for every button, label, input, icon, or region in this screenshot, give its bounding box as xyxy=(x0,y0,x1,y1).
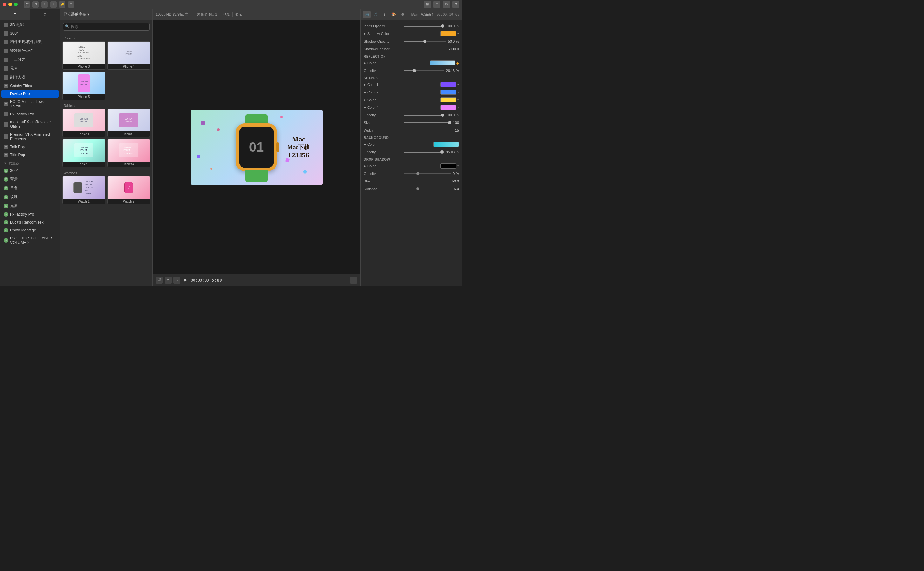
sidebar-item-components[interactable]: T 构件出现/构件消失 xyxy=(1,37,59,46)
shadow-opacity-thumb[interactable] xyxy=(423,40,427,43)
tablet3-item[interactable]: LOREMIPSUMDOLOR Tablet 3 xyxy=(62,139,105,167)
shadow-color-dropdown[interactable]: ▾ xyxy=(457,32,459,35)
display-button[interactable]: 显示 xyxy=(235,12,242,17)
reflection-color-swatch[interactable] xyxy=(430,60,455,65)
ds-opacity-thumb[interactable] xyxy=(416,172,419,175)
sidebar-item-360[interactable]: T 360° xyxy=(1,29,59,37)
ds-color-swatch[interactable] xyxy=(440,164,456,168)
color1-disclosure[interactable]: ▶ Color 1 ▾ xyxy=(360,81,462,88)
clip-icon[interactable]: 🎬 xyxy=(156,276,163,284)
zoom-level[interactable]: 46% xyxy=(223,13,230,17)
color4-disclosure[interactable]: ▶ Color 4 ▾ xyxy=(360,103,462,111)
search-input[interactable] xyxy=(63,23,149,31)
watch2-item[interactable]: LRIP Watch 2 xyxy=(108,176,151,204)
color2-swatch[interactable] xyxy=(440,90,456,95)
audio-tab[interactable]: 🎵 xyxy=(372,11,380,18)
watch1-item[interactable]: LOREMIPSUMDOLORSITAMET Watch 1 xyxy=(62,176,105,204)
video-tab[interactable]: 📹 xyxy=(363,11,371,18)
ds-color-disclosure[interactable]: ▶ Color ▾ xyxy=(360,162,462,170)
shapes-size-thumb[interactable] xyxy=(448,121,451,124)
sidebar-item-gen-photo-montage[interactable]: G Photo Montage xyxy=(1,226,59,234)
inspector-toggle-icon[interactable]: ⧉ xyxy=(443,1,450,8)
sidebar-item-elements[interactable]: T 元素 xyxy=(1,64,59,73)
color3-swatch[interactable] xyxy=(440,97,456,102)
gear-icon[interactable]: ⚙ xyxy=(32,1,39,8)
info-tab[interactable]: ℹ xyxy=(381,11,389,18)
bg-color-disclosure[interactable]: ▶ Color xyxy=(360,140,462,148)
shapes-opacity-slider[interactable] xyxy=(404,115,444,116)
sidebar-item-buffer[interactable]: T 缓冲器/开场白 xyxy=(1,46,59,55)
play-button[interactable]: ▶ xyxy=(182,277,189,283)
shadow-color-swatch[interactable] xyxy=(440,31,456,36)
ds-opacity-slider[interactable] xyxy=(404,173,451,174)
list-view-icon[interactable]: ≡ xyxy=(433,1,440,8)
sidebar-item-title-pop[interactable]: T Title Pop xyxy=(1,151,59,159)
ds-color-dropdown[interactable]: ▾ xyxy=(457,164,459,168)
sidebar-item-lower-third[interactable]: T 下三分之一 xyxy=(1,55,59,64)
phone5-item[interactable]: LOREMIPSUM Phone 5 xyxy=(62,71,105,100)
sidebar-item-3d[interactable]: T 3D 电影 xyxy=(1,21,59,29)
icons-opacity-thumb[interactable] xyxy=(441,25,444,28)
sidebar-item-catchy-titles[interactable]: T Catchy Titles xyxy=(1,82,59,90)
shadow-opacity-slider[interactable] xyxy=(404,41,446,42)
minimize-button[interactable] xyxy=(8,3,12,6)
sidebar-item-premiumvfx[interactable]: T PremiumVFX Animated Elements xyxy=(1,131,59,143)
reflection-color-disclosure[interactable]: ▶ Color ◆ xyxy=(360,59,462,67)
sidebar-item-gen-texture[interactable]: G 纹理 xyxy=(1,193,59,201)
color1-swatch[interactable] xyxy=(440,82,456,87)
speed-icon[interactable]: ⏱ xyxy=(174,276,180,284)
reflection-opacity-slider[interactable] xyxy=(404,70,444,71)
bg-opacity-slider[interactable] xyxy=(404,152,444,153)
tablet2-item[interactable]: LOREMIPSUM Tablet 2 xyxy=(108,109,151,137)
titles-tab[interactable]: T xyxy=(0,9,30,20)
fullscreen-button[interactable] xyxy=(14,3,18,6)
color4-swatch[interactable] xyxy=(440,105,456,110)
export-icon[interactable]: ⬆ xyxy=(453,1,459,8)
color3-dropdown[interactable]: ▾ xyxy=(457,98,459,102)
key-icon[interactable]: 🔑 xyxy=(59,1,65,8)
sidebar-item-talk-pop[interactable]: T Talk Pop xyxy=(1,143,59,151)
icons-opacity-slider[interactable] xyxy=(404,26,444,27)
clock-icon[interactable]: ⏱ xyxy=(68,1,74,8)
sidebar-item-fcpx-minimal[interactable]: T FCPX Minimal Lower Thirds xyxy=(1,98,59,110)
sidebar-item-motionvfx[interactable]: T motionVFX - mRevealer Glitch xyxy=(1,118,59,130)
sidebar-item-gen-360[interactable]: G 360° xyxy=(1,167,59,174)
color3-disclosure[interactable]: ▶ Color 3 ▾ xyxy=(360,96,462,103)
shapes-opacity-thumb[interactable] xyxy=(441,114,444,117)
color-tab[interactable]: 🎨 xyxy=(390,11,397,18)
bg-opacity-thumb[interactable] xyxy=(440,150,444,154)
color2-disclosure[interactable]: ▶ Color 2 ▾ xyxy=(360,88,462,96)
tablet1-item[interactable]: LOREMIPSUM Tablet 1 xyxy=(62,109,105,137)
shapes-size-slider[interactable] xyxy=(404,122,451,123)
sidebar-item-credits[interactable]: T 制作人员 xyxy=(1,73,59,82)
film-icon[interactable]: 🎬 xyxy=(23,1,30,8)
grid-view-icon[interactable]: ⊞ xyxy=(424,1,431,8)
color1-dropdown[interactable]: ▾ xyxy=(457,83,459,86)
shadow-color-disclosure[interactable]: ▶ Shadow Color ▾ xyxy=(360,30,462,37)
sidebar-item-device-pop[interactable]: T Device Pop xyxy=(1,90,59,97)
fullscreen-preview-btn[interactable]: ⛶ xyxy=(350,276,357,284)
trim-icon[interactable]: ✂ xyxy=(165,276,172,284)
sidebar-item-gen-pixel[interactable]: G Pixel Film Studio...ASER VOLUME 2 xyxy=(1,234,59,246)
installed-titles-label[interactable]: 已安装的字幕 ▾ xyxy=(63,12,89,17)
inspector-tab[interactable]: ⚙ xyxy=(399,11,407,18)
sidebar-item-fxfactory[interactable]: T FxFactory Pro xyxy=(1,110,59,118)
sidebar-item-gen-elements[interactable]: G 元素 xyxy=(1,202,59,210)
phone4-item[interactable]: LOREMIPSUM Phone 4 xyxy=(108,41,151,69)
tablet4-item[interactable]: LOREMIPSUMCOLOR BIT Tablet 4 xyxy=(108,139,151,167)
reflection-opacity-thumb[interactable] xyxy=(413,69,416,72)
phone3-item[interactable]: LOREMIPSUMDOLOR SITAMETADIPISCING Phone … xyxy=(62,41,105,69)
ds-distance-thumb[interactable] xyxy=(416,187,419,190)
color4-dropdown[interactable]: ▾ xyxy=(457,106,459,109)
share-icon[interactable]: ↑ xyxy=(41,1,48,8)
ds-distance-slider[interactable] xyxy=(404,188,450,190)
generators-tab[interactable]: G xyxy=(30,9,60,20)
sidebar-item-gen-fxfactory[interactable]: G FxFactory Pro xyxy=(1,210,59,218)
sidebar-item-gen-luca[interactable]: G Luca's Random Text xyxy=(1,218,59,226)
bg-color-swatch[interactable] xyxy=(433,142,459,147)
sidebar-item-gen-background[interactable]: G 背景 xyxy=(1,175,59,184)
color2-dropdown[interactable]: ▾ xyxy=(457,91,459,94)
keyframe-diamond[interactable]: ◆ xyxy=(456,61,459,65)
close-button[interactable] xyxy=(3,3,6,6)
sidebar-item-gen-solid[interactable]: G 单色 xyxy=(1,184,59,192)
